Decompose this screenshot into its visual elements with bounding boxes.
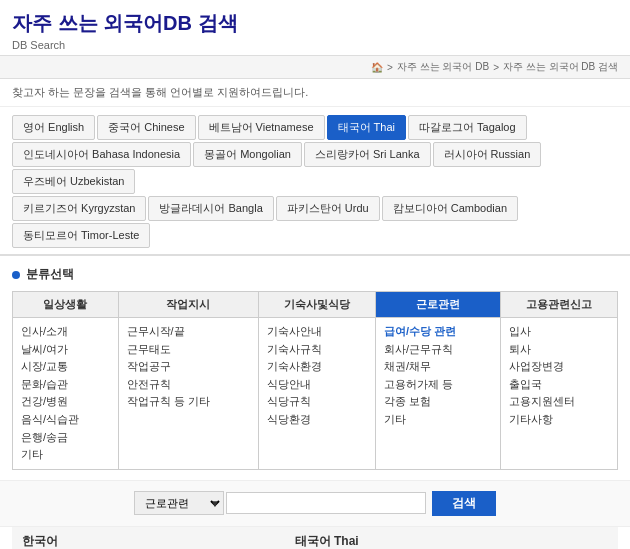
cat-col-labor[interactable]: 근로관련 bbox=[375, 292, 500, 318]
cat-item-emp-1[interactable]: 퇴사 bbox=[509, 341, 609, 359]
breadcrumb-home-icon: 🏠 bbox=[371, 62, 383, 73]
cat-item-labor-1[interactable]: 회사/근무규칙 bbox=[384, 341, 492, 359]
cat-item-daily-1[interactable]: 날씨/여가 bbox=[21, 341, 110, 359]
search-bar: 근로관련 ▼ 검색 bbox=[0, 480, 630, 527]
cat-item-work-2[interactable]: 작업공구 bbox=[127, 358, 251, 376]
tab-urdu[interactable]: 파키스탄어 Urdu bbox=[276, 196, 380, 221]
breadcrumb: 🏠 > 자주 쓰는 외국어 DB > 자주 쓰는 외국어 DB 검색 bbox=[0, 56, 630, 79]
tab-bangla[interactable]: 방글라데시어 Bangla bbox=[148, 196, 273, 221]
cat-item-dorm-5[interactable]: 식당환경 bbox=[267, 411, 367, 429]
breadcrumb-sep2: > bbox=[493, 62, 499, 73]
cat-item-labor-5[interactable]: 기타 bbox=[384, 411, 492, 429]
search-button[interactable]: 검색 bbox=[432, 491, 496, 516]
cat-item-daily-4[interactable]: 건강/병원 bbox=[21, 393, 110, 411]
category-header: 분류선택 bbox=[12, 266, 618, 283]
tab-mongolian[interactable]: 몽골어 Mongolian bbox=[193, 142, 302, 167]
breadcrumb-sep: > bbox=[387, 62, 393, 73]
tab-chinese[interactable]: 중국어 Chinese bbox=[97, 115, 195, 140]
cat-item-daily-5[interactable]: 음식/식습관 bbox=[21, 411, 110, 429]
description-bar: 찾고자 하는 문장을 검색을 통해 언어별로 지원하여드립니다. bbox=[0, 79, 630, 107]
cat-item-labor-3[interactable]: 고용허가제 등 bbox=[384, 376, 492, 394]
blue-dot-icon bbox=[12, 271, 20, 279]
cat-items-dorm: 기숙사안내 기숙사규칙 기숙사환경 식당안내 식당규칙 식당환경 bbox=[259, 318, 376, 470]
tab-russian[interactable]: 러시아어 Russian bbox=[433, 142, 542, 167]
page-header: 자주 쓰는 외국어DB 검색 DB Search bbox=[0, 0, 630, 56]
description-text: 찾고자 하는 문장을 검색을 통해 언어별로 지원하여드립니다. bbox=[12, 86, 308, 98]
cat-item-work-1[interactable]: 근무태도 bbox=[127, 341, 251, 359]
cat-item-labor-2[interactable]: 채권/채무 bbox=[384, 358, 492, 376]
cat-item-daily-7[interactable]: 기타 bbox=[21, 446, 110, 464]
results-section: 한국어 태국어 Thai 가불은 안됩니다. ไม่สามารถ เบิกล่ว… bbox=[0, 527, 630, 549]
cat-item-daily-0[interactable]: 인사/소개 bbox=[21, 323, 110, 341]
tab-cambodian[interactable]: 캄보디아어 Cambodian bbox=[382, 196, 518, 221]
results-col-thai: 태국어 Thai bbox=[285, 527, 618, 549]
breadcrumb-item-1[interactable]: 자주 쓰는 외국어 DB bbox=[397, 60, 489, 74]
cat-col-dorm[interactable]: 기숙사및식당 bbox=[259, 292, 376, 318]
tab-timorleste[interactable]: 동티모르어 Timor-Leste bbox=[12, 223, 150, 248]
category-header-label: 분류선택 bbox=[26, 266, 74, 283]
tab-tagalog[interactable]: 따갈로그어 Tagalog bbox=[408, 115, 527, 140]
cat-item-emp-2[interactable]: 사업장변경 bbox=[509, 358, 609, 376]
cat-item-dorm-0[interactable]: 기숙사안내 bbox=[267, 323, 367, 341]
cat-items-daily: 인사/소개 날씨/여가 시장/교통 문화/습관 건강/병원 음식/식습관 은행/… bbox=[13, 318, 119, 470]
cat-items-labor: 급여/수당 관련 회사/근무규칙 채권/채무 고용허가제 등 각종 보험 기타 bbox=[375, 318, 500, 470]
tab-english[interactable]: 영어 English bbox=[12, 115, 95, 140]
search-input[interactable] bbox=[226, 492, 426, 514]
page-title: 자주 쓰는 외국어DB 검색 bbox=[12, 10, 618, 37]
category-table: 일상생활 작업지시 기숙사및식당 근로관련 고용관련신고 인사/소개 날씨/여가… bbox=[12, 291, 618, 470]
results-table: 한국어 태국어 Thai 가불은 안됩니다. ไม่สามารถ เบิกล่ว… bbox=[12, 527, 618, 549]
tab-uzbekistan[interactable]: 우즈베어 Uzbekistan bbox=[12, 169, 135, 194]
cat-item-labor-4[interactable]: 각종 보험 bbox=[384, 393, 492, 411]
search-category-select[interactable]: 근로관련 bbox=[134, 491, 224, 515]
cat-item-labor-0[interactable]: 급여/수당 관련 bbox=[384, 323, 492, 341]
tabs-row-2: 인도네시아어 Bahasa Indonesia 몽골어 Mongolian 스리… bbox=[12, 142, 618, 194]
cat-item-emp-4[interactable]: 고용지원센터 bbox=[509, 393, 609, 411]
tab-kyrgyzstan[interactable]: 키르기즈어 Kyrgyzstan bbox=[12, 196, 146, 221]
tabs-row-1: 영어 English 중국어 Chinese 베트남어 Vietnamese 태… bbox=[12, 115, 618, 140]
category-section: 분류선택 일상생활 작업지시 기숙사및식당 근로관련 고용관련신고 인사/소개 … bbox=[0, 254, 630, 480]
cat-item-work-3[interactable]: 안전규칙 bbox=[127, 376, 251, 394]
cat-item-dorm-2[interactable]: 기숙사환경 bbox=[267, 358, 367, 376]
cat-item-dorm-3[interactable]: 식당안내 bbox=[267, 376, 367, 394]
cat-items-work: 근무시작/끝 근무태도 작업공구 안전규칙 작업규칙 등 기타 bbox=[118, 318, 259, 470]
tab-indonesian[interactable]: 인도네시아어 Bahasa Indonesia bbox=[12, 142, 191, 167]
cat-item-emp-5[interactable]: 기타사항 bbox=[509, 411, 609, 429]
cat-item-emp-0[interactable]: 입사 bbox=[509, 323, 609, 341]
breadcrumb-item-2: 자주 쓰는 외국어 DB 검색 bbox=[503, 60, 618, 74]
tab-vietnamese[interactable]: 베트남어 Vietnamese bbox=[198, 115, 325, 140]
cat-col-work[interactable]: 작업지시 bbox=[118, 292, 259, 318]
results-col-korean: 한국어 bbox=[12, 527, 285, 549]
cat-items-employment: 입사 퇴사 사업장변경 출입국 고용지원센터 기타사항 bbox=[501, 318, 618, 470]
cat-item-dorm-1[interactable]: 기숙사규칙 bbox=[267, 341, 367, 359]
tab-srilanka[interactable]: 스리랑카어 Sri Lanka bbox=[304, 142, 431, 167]
cat-col-employment[interactable]: 고용관련신고 bbox=[501, 292, 618, 318]
cat-col-daily[interactable]: 일상생활 bbox=[13, 292, 119, 318]
cat-item-dorm-4[interactable]: 식당규칙 bbox=[267, 393, 367, 411]
tabs-row-3: 키르기즈어 Kyrgyzstan 방글라데시어 Bangla 파키스탄어 Urd… bbox=[12, 196, 618, 248]
page-subtitle: DB Search bbox=[12, 39, 618, 51]
cat-item-work-0[interactable]: 근무시작/끝 bbox=[127, 323, 251, 341]
cat-item-emp-3[interactable]: 출입국 bbox=[509, 376, 609, 394]
cat-item-daily-6[interactable]: 은행/송금 bbox=[21, 429, 110, 447]
tab-thai[interactable]: 태국어 Thai bbox=[327, 115, 406, 140]
cat-item-daily-2[interactable]: 시장/교통 bbox=[21, 358, 110, 376]
language-tabs: 영어 English 중국어 Chinese 베트남어 Vietnamese 태… bbox=[0, 107, 630, 248]
cat-item-work-4[interactable]: 작업규칙 등 기타 bbox=[127, 393, 251, 411]
cat-item-daily-3[interactable]: 문화/습관 bbox=[21, 376, 110, 394]
